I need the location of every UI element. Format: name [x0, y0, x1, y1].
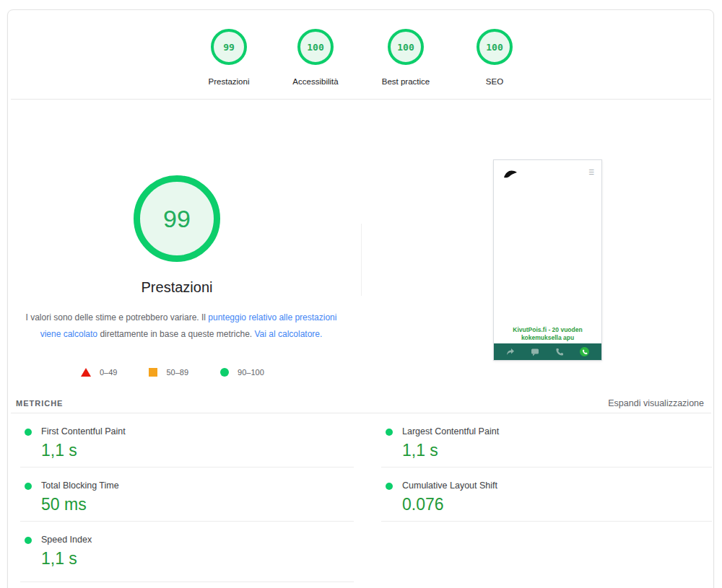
- metric-total-blocking-time: Total Blocking Time 50 ms: [20, 478, 354, 522]
- metric-label: First Contentful Paint: [41, 426, 354, 436]
- metric-first-contentful-paint: First Contentful Paint 1,1 s: [20, 424, 354, 468]
- pass-dot-icon: [386, 483, 393, 490]
- score-value: 100: [397, 42, 414, 53]
- site-logo-icon: [503, 167, 518, 182]
- metric-label: Largest Contentful Paint: [402, 426, 712, 436]
- metric-largest-contentful-paint: Largest Contentful Paint 1,1 s: [381, 424, 712, 468]
- metric-value: 1,1 s: [41, 549, 354, 569]
- gauge-label: SEO: [451, 77, 538, 86]
- red-triangle-icon: [81, 368, 91, 377]
- green-circle-icon: [220, 368, 229, 377]
- score-legend: 0–49 50–89 90–100: [81, 368, 264, 377]
- hamburger-menu-icon: ☰: [588, 169, 594, 176]
- performance-score-gauge: 99: [134, 175, 220, 262]
- metric-cumulative-layout-shift: Cumulative Layout Shift 0.076: [381, 478, 712, 522]
- orange-square-icon: [149, 368, 157, 377]
- metric-label: Cumulative Layout Shift: [402, 481, 712, 491]
- metric-value: 50 ms: [41, 495, 354, 514]
- description-text: I valori sono delle stime e potrebbero v…: [26, 312, 209, 322]
- legend-range: 0–49: [100, 368, 117, 377]
- expand-view-button[interactable]: Espandi visualizzazione: [608, 398, 704, 408]
- score-ring: 100: [297, 29, 334, 65]
- phone-icon: [555, 348, 564, 356]
- score-ring: 100: [477, 29, 513, 65]
- lighthouse-report: 99 Prestazioni 100 Accessibilità 100 Bes…: [0, 0, 722, 588]
- pass-dot-icon: [25, 537, 32, 544]
- legend-item-average: 50–89: [149, 368, 188, 377]
- chat-icon: [531, 348, 539, 356]
- metric-speed-index: Speed Index 1,1 s: [20, 532, 354, 582]
- metric-value: 1,1 s: [41, 441, 354, 460]
- gauge-label: Best practice: [362, 77, 449, 86]
- score-ring: 100: [388, 29, 424, 65]
- section-vertical-divider: [361, 224, 362, 296]
- metric-label: Speed Index: [41, 535, 354, 545]
- score-value: 100: [486, 42, 503, 53]
- pass-dot-icon: [25, 483, 32, 490]
- summary-gauge-best-practice[interactable]: 100 Best practice: [362, 29, 449, 86]
- metric-label: Total Blocking Time: [41, 481, 354, 491]
- legend-item-fail: 0–49: [81, 368, 117, 377]
- performance-score-value: 99: [163, 205, 191, 233]
- pass-dot-icon: [386, 429, 393, 436]
- summary-gauge-prestazioni[interactable]: 99 Prestazioni: [186, 29, 272, 86]
- whatsapp-icon: [580, 347, 589, 356]
- thumbnail-caption: KivutPois.fi - 20 vuoden kokemuksella ap…: [494, 326, 601, 342]
- description-text: direttamente in base a queste metriche.: [97, 329, 254, 339]
- score-value: 99: [223, 42, 235, 53]
- metrics-divider: [11, 413, 711, 413]
- header-divider: [11, 99, 711, 100]
- gauge-label: Prestazioni: [186, 77, 272, 86]
- score-value: 100: [307, 42, 323, 53]
- thumbnail-action-bar: [494, 343, 601, 360]
- legend-range: 90–100: [238, 368, 264, 377]
- metrics-section-heading: METRICHE: [16, 399, 63, 408]
- legend-range: 50–89: [166, 368, 188, 377]
- share-icon: [506, 348, 515, 356]
- score-ring: 99: [211, 29, 247, 65]
- summary-gauge-accessibilita[interactable]: 100 Accessibilità: [272, 29, 359, 86]
- gauge-label: Accessibilità: [272, 77, 359, 86]
- summary-gauge-seo[interactable]: 100 SEO: [451, 29, 538, 86]
- performance-description: I valori sono delle stime e potrebbero v…: [22, 310, 341, 343]
- metric-value: 1,1 s: [402, 441, 712, 460]
- legend-item-pass: 90–100: [220, 368, 264, 377]
- metric-value: 0.076: [402, 495, 712, 514]
- page-screenshot-thumbnail[interactable]: ☰ KivutPois.fi - 20 vuoden kokemuksella …: [493, 159, 602, 361]
- calculator-link[interactable]: Vai al calcolatore.: [255, 329, 323, 339]
- pass-dot-icon: [25, 429, 32, 436]
- performance-title: Prestazioni: [90, 279, 264, 296]
